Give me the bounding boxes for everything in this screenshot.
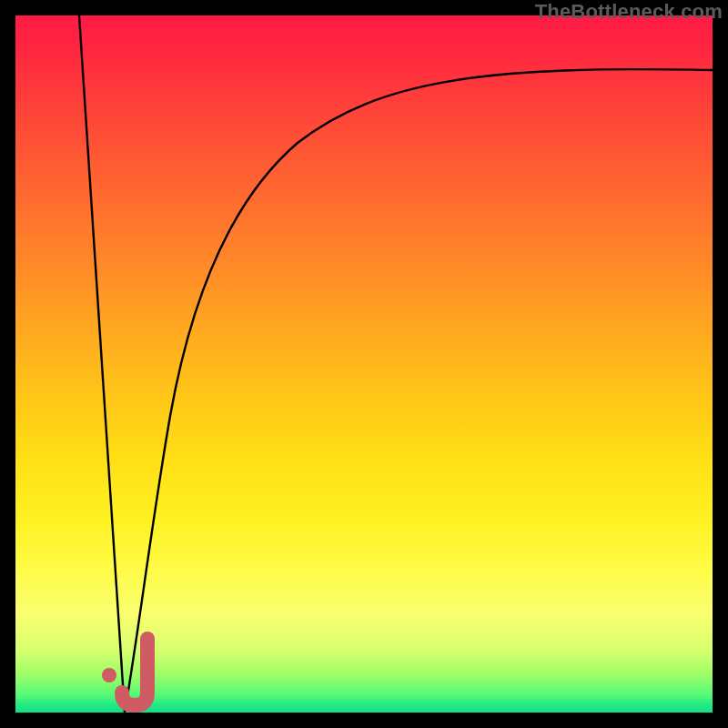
- plot-area: [15, 15, 713, 713]
- chart-frame: TheBottleneck.com: [0, 0, 728, 728]
- optimal-marker-dot: [102, 668, 116, 682]
- curve-left-branch: [79, 15, 125, 713]
- curves-layer: [15, 15, 713, 713]
- watermark-text: TheBottleneck.com: [535, 0, 723, 24]
- curve-right-branch: [125, 69, 713, 713]
